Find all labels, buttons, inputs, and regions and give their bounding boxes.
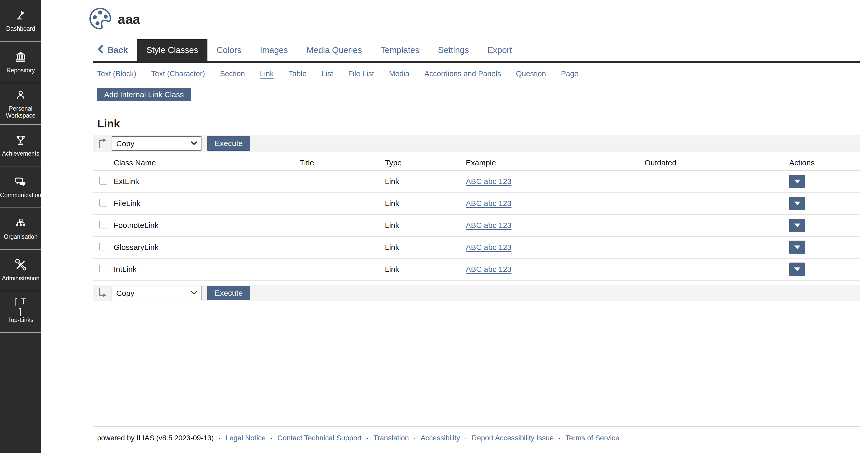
column-header-title: Title xyxy=(300,158,385,167)
tab-export[interactable]: Export xyxy=(478,39,521,61)
dashboard-lamp-icon xyxy=(14,9,27,22)
bulk-action-bar-top: Copy Execute xyxy=(93,135,860,152)
row-actions-dropdown-button[interactable] xyxy=(789,241,805,254)
table-header-row: Class Name Title Type Example Outdated A… xyxy=(93,155,860,171)
row-actions-dropdown-button[interactable] xyxy=(789,175,805,188)
footer-link-contact-technical-support[interactable]: Contact Technical Support xyxy=(277,434,362,442)
column-header-example: Example xyxy=(466,158,645,167)
subtab-bar: Text (Block) Text (Character) Section Li… xyxy=(97,69,860,78)
table-row: FootnoteLink Link ABC abc 123 xyxy=(93,215,860,237)
tab-colors[interactable]: Colors xyxy=(208,39,251,61)
subtab-table[interactable]: Table xyxy=(288,69,306,78)
subtab-text-character[interactable]: Text (Character) xyxy=(151,69,205,78)
tab-settings[interactable]: Settings xyxy=(429,39,478,61)
tab-templates[interactable]: Templates xyxy=(371,39,429,61)
chat-bubbles-icon xyxy=(14,175,27,188)
footer-link-accessibility[interactable]: Accessibility xyxy=(421,434,460,442)
caret-down-icon xyxy=(794,245,800,249)
class-name-cell: FileLink xyxy=(114,199,300,208)
sidebar-item-personal-workspace[interactable]: Personal Workspace xyxy=(0,83,41,125)
table-row: IntLink Link ABC abc 123 xyxy=(93,259,860,281)
bulk-action-select-wrap: Copy xyxy=(112,286,202,300)
row-actions-dropdown-button[interactable] xyxy=(789,219,805,232)
caret-down-icon xyxy=(794,202,800,205)
tab-bar-underline xyxy=(93,61,860,63)
class-name-cell: ExtLink xyxy=(114,177,300,186)
add-internal-link-class-button[interactable]: Add Internal Link Class xyxy=(97,88,191,101)
type-cell: Link xyxy=(385,243,466,252)
column-header-type: Type xyxy=(385,158,466,167)
sidebar-item-organisation[interactable]: Organisation xyxy=(0,208,41,250)
person-icon xyxy=(14,89,27,101)
sidebar-item-communication[interactable]: Communication xyxy=(0,167,41,208)
top-links-icon: [ T ] xyxy=(14,300,27,313)
bulk-action-select[interactable]: Copy xyxy=(112,136,202,151)
row-actions-dropdown-button[interactable] xyxy=(789,197,805,210)
type-cell: Link xyxy=(385,265,466,274)
type-cell: Link xyxy=(385,199,466,208)
caret-down-icon xyxy=(794,180,800,183)
tab-media-queries[interactable]: Media Queries xyxy=(297,39,371,61)
main-content: aaa Back Style Classes Colors Images Med… xyxy=(41,0,868,453)
table-row: FileLink Link ABC abc 123 xyxy=(93,193,860,215)
page-header: aaa xyxy=(89,8,860,30)
sidebar-item-label: Communication xyxy=(0,192,43,199)
subtab-text-block[interactable]: Text (Block) xyxy=(97,69,136,78)
sidebar-item-achievements[interactable]: Achievements xyxy=(0,125,41,167)
column-header-outdated: Outdated xyxy=(645,158,789,167)
section-heading: Link xyxy=(97,117,860,130)
subtab-link[interactable]: Link xyxy=(260,69,274,78)
sidebar-item-label: Dashboard xyxy=(5,25,37,32)
subtab-section[interactable]: Section xyxy=(220,69,245,78)
example-link[interactable]: ABC abc 123 xyxy=(466,221,512,230)
content-spacer xyxy=(93,301,860,426)
sidebar-item-top-links[interactable]: [ T ] Top-Links xyxy=(0,291,41,333)
row-actions-dropdown-button[interactable] xyxy=(789,263,805,276)
subtab-list[interactable]: List xyxy=(322,69,333,78)
row-select-checkbox[interactable] xyxy=(99,177,107,184)
example-link[interactable]: ABC abc 123 xyxy=(466,243,512,251)
execute-button[interactable]: Execute xyxy=(207,136,250,151)
row-select-checkbox[interactable] xyxy=(99,243,107,250)
type-cell: Link xyxy=(385,177,466,186)
sidebar-item-label: Achievements xyxy=(1,150,41,157)
example-link[interactable]: ABC abc 123 xyxy=(466,199,512,208)
sidebar-item-dashboard[interactable]: Dashboard xyxy=(0,0,41,41)
row-select-checkbox[interactable] xyxy=(99,221,107,229)
tools-icon xyxy=(14,259,27,271)
footer-link-report-accessibility-issue[interactable]: Report Accessibility Issue xyxy=(472,434,554,442)
sidebar-item-label: Personal Workspace xyxy=(0,105,41,119)
subtab-file-list[interactable]: File List xyxy=(348,69,374,78)
caret-down-icon xyxy=(794,268,800,271)
main-sidebar: Dashboard Repository Personal Workspace … xyxy=(0,0,41,453)
subtab-page[interactable]: Page xyxy=(561,69,579,78)
tab-images[interactable]: Images xyxy=(251,39,297,61)
sidebar-filler xyxy=(0,333,41,453)
sidebar-item-repository[interactable]: Repository xyxy=(0,41,41,83)
example-link[interactable]: ABC abc 123 xyxy=(466,177,512,185)
execute-button[interactable]: Execute xyxy=(207,286,250,300)
class-name-cell: FootnoteLink xyxy=(114,221,300,230)
footer-link-translation[interactable]: Translation xyxy=(373,434,409,442)
back-button[interactable]: Back xyxy=(97,39,137,61)
sidebar-item-label: Repository xyxy=(5,67,36,74)
row-select-checkbox[interactable] xyxy=(99,199,107,207)
subtab-question[interactable]: Question xyxy=(516,69,546,78)
row-select-checkbox[interactable] xyxy=(99,265,107,272)
caret-down-icon xyxy=(794,223,800,227)
page-footer: powered by ILIAS (v8.5 2023-09-13) · Leg… xyxy=(93,426,860,453)
subtab-accordions-and-panels[interactable]: Accordions and Panels xyxy=(425,69,501,78)
powered-by-text: powered by ILIAS (v8.5 2023-09-13) xyxy=(97,434,214,442)
footer-link-terms-of-service[interactable]: Terms of Service xyxy=(565,434,619,442)
class-name-cell: GlossaryLink xyxy=(114,243,300,252)
footer-link-legal-notice[interactable]: Legal Notice xyxy=(225,434,266,442)
example-link[interactable]: ABC abc 123 xyxy=(466,265,512,273)
tab-style-classes[interactable]: Style Classes xyxy=(137,39,208,61)
subtab-media[interactable]: Media xyxy=(389,69,409,78)
column-header-actions: Actions xyxy=(789,158,860,167)
apply-up-arrow-icon xyxy=(97,138,107,149)
bulk-action-select[interactable]: Copy xyxy=(112,286,202,300)
sidebar-item-administration[interactable]: Administration xyxy=(0,250,41,291)
class-name-cell: IntLink xyxy=(114,265,300,274)
column-header-class-name: Class Name xyxy=(114,158,300,167)
